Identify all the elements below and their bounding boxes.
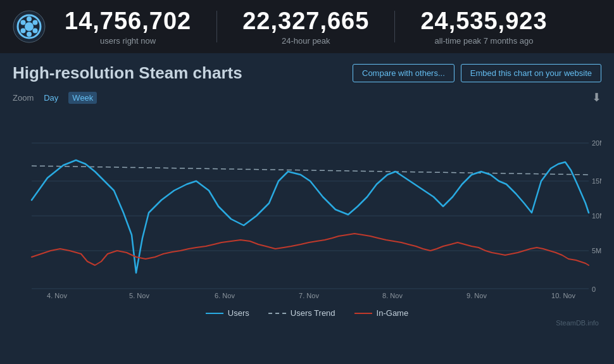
trend-line-icon (268, 313, 286, 314)
users-now-label: users right now (100, 36, 156, 46)
chart-title-row: High-resolution Steam charts Compare wit… (13, 63, 601, 83)
legend-users-label: Users (228, 308, 249, 318)
watermark: SteamDB.info (13, 319, 601, 327)
chart-container: 0 5M 10M 15M 20M 4. Nov 5. Nov 6. Nov 7.… (13, 108, 601, 304)
compare-button[interactable]: Compare with others... (353, 64, 454, 82)
alltime-peak-number: 24,535,923 (420, 8, 547, 35)
svg-text:9. Nov: 9. Nov (467, 292, 487, 299)
chart-legend: Users Users Trend In-Game (13, 308, 601, 318)
zoom-week-button[interactable]: Week (68, 92, 97, 104)
svg-text:20M: 20M (592, 139, 601, 147)
button-group: Compare with others... Embed this chart … (353, 64, 601, 82)
svg-point-5 (33, 28, 38, 34)
stat-alltime-peak: 24,535,923 all-time peak 7 months ago (420, 8, 547, 46)
chart-svg: 0 5M 10M 15M 20M 4. Nov 5. Nov 6. Nov 7.… (13, 108, 601, 304)
main-content: High-resolution Steam charts Compare wit… (0, 53, 614, 332)
embed-button[interactable]: Embed this chart on your website (461, 64, 601, 82)
legend-users: Users (206, 308, 249, 318)
stat-divider-2 (394, 11, 395, 42)
page-title: High-resolution Steam charts (13, 63, 242, 83)
svg-text:5. Nov: 5. Nov (129, 292, 149, 299)
zoom-row: Zoom Day Week ⬇ (13, 91, 601, 104)
peak-24h-label: 24-hour peak (282, 36, 330, 46)
svg-point-7 (21, 28, 26, 34)
stat-divider-1 (216, 11, 217, 42)
svg-point-3 (27, 16, 32, 22)
legend-ingame-label: In-Game (377, 308, 409, 318)
svg-text:0: 0 (592, 286, 596, 293)
svg-point-4 (33, 20, 38, 25)
svg-rect-9 (13, 108, 601, 304)
svg-point-8 (21, 20, 26, 25)
alltime-peak-label: all-time peak 7 months ago (434, 36, 533, 46)
stat-users-now: 14,756,702 users right now (65, 8, 191, 46)
svg-text:5M: 5M (592, 247, 601, 254)
users-line-icon (206, 313, 223, 314)
ingame-line-icon (354, 313, 372, 314)
svg-text:10M: 10M (592, 212, 601, 220)
svg-point-2 (25, 22, 34, 31)
users-now-number: 14,756,702 (65, 8, 191, 35)
legend-trend: Users Trend (268, 308, 335, 318)
steam-logo-icon (13, 10, 46, 43)
svg-text:6. Nov: 6. Nov (215, 292, 235, 299)
svg-point-6 (27, 32, 32, 37)
legend-ingame: In-Game (354, 308, 409, 318)
zoom-label: Zoom (13, 93, 34, 103)
svg-text:4. Nov: 4. Nov (47, 292, 67, 299)
zoom-day-button[interactable]: Day (40, 92, 62, 104)
svg-text:8. Nov: 8. Nov (382, 292, 403, 299)
stat-peak-24h: 22,327,665 24-hour peak (242, 8, 369, 46)
header-bar: 14,756,702 users right now 22,327,665 24… (0, 0, 614, 53)
svg-text:15M: 15M (592, 177, 601, 185)
peak-24h-number: 22,327,665 (242, 8, 369, 35)
svg-text:7. Nov: 7. Nov (299, 292, 319, 299)
svg-text:10. Nov: 10. Nov (551, 292, 575, 299)
download-icon[interactable]: ⬇ (592, 91, 601, 104)
legend-trend-label: Users Trend (291, 308, 335, 318)
